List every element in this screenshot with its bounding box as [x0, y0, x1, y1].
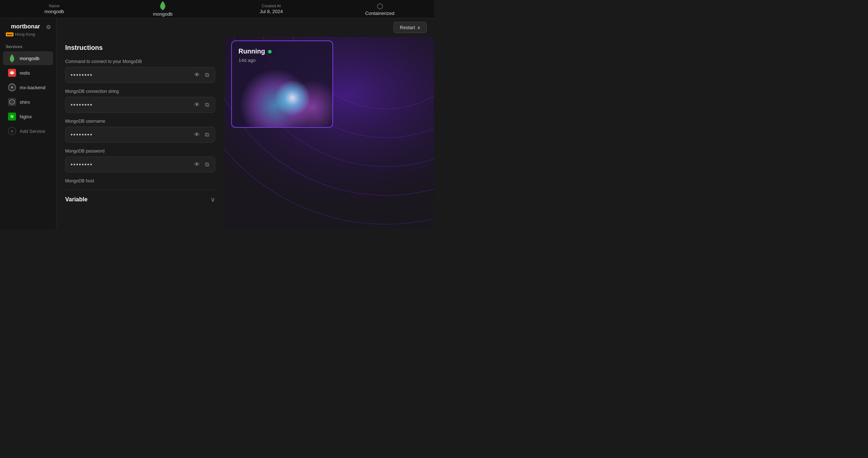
secret-dots-0: •••••••• — [71, 72, 93, 78]
top-bar-created: Created At Jul 8, 2024 — [224, 4, 318, 14]
mongo-icon-label: mongodb — [153, 11, 173, 17]
add-service-icon: + — [8, 127, 16, 135]
status-indicator — [268, 50, 272, 54]
secret-input-1: •••••••• 👁 ⧉ — [65, 97, 215, 113]
container-icon: ⬡ — [377, 2, 383, 11]
field-label-3: MongoDB password — [65, 149, 215, 154]
secret-dots-3: •••••••• — [71, 161, 93, 168]
name-label: Name — [49, 4, 59, 8]
secret-input-0: •••••••• 👁 ⧉ — [65, 67, 215, 83]
field-label-1: MongoDB connection string — [65, 89, 215, 94]
mongo-icon — [8, 54, 16, 62]
sidebar-item-add-service[interactable]: + Add Service — [3, 124, 53, 138]
sidebar-item-mongodb[interactable]: mongodb — [3, 51, 53, 65]
secret-input-2: •••••••• 👁 ⧉ — [65, 127, 215, 143]
show-password-2[interactable]: 👁 — [193, 131, 201, 139]
top-bar-name: Name mongodb — [7, 4, 101, 14]
field-label-0: Command to connect to your MongoDB — [65, 59, 215, 64]
variable-chevron-down[interactable]: ∨ — [210, 196, 215, 204]
secret-dots-2: •••••••• — [71, 131, 93, 138]
show-password-1[interactable]: 👁 — [193, 101, 201, 109]
variable-section: Variable ∨ — [65, 189, 215, 206]
copy-password-1[interactable]: ⧉ — [204, 101, 210, 109]
chevron-up-icon: ∧ — [417, 25, 421, 30]
field-connect-command: Command to connect to your MongoDB •••••… — [65, 59, 215, 83]
right-panel: Running 14d ago — [224, 37, 434, 229]
sidebar-section-label: Services — [0, 42, 56, 51]
sidebar-item-mx-backend[interactable]: mx-backend — [3, 80, 53, 94]
field-username: MongoDB username •••••••• 👁 ⧉ — [65, 119, 215, 143]
shiro-icon — [8, 98, 16, 106]
show-password-3[interactable]: 👁 — [193, 161, 201, 169]
running-card: Running 14d ago — [231, 40, 333, 128]
instructions-panel: Instructions Command to connect to your … — [56, 37, 224, 229]
sidebar-item-label-redis: redis — [20, 70, 30, 76]
field-host: MongoDB host — [65, 178, 215, 183]
instructions-title: Instructions — [65, 44, 215, 52]
running-time: 14d ago — [238, 58, 326, 63]
variable-title: Variable — [65, 196, 87, 203]
type-value: Containerized — [365, 11, 394, 16]
top-bar-type: ⬡ Containerized — [333, 2, 427, 16]
add-service-label: Add Service — [20, 129, 45, 134]
copy-password-3[interactable]: ⧉ — [204, 161, 210, 169]
field-label-4: MongoDB host — [65, 178, 215, 183]
aws-badge: aws — [6, 32, 13, 36]
mongodb-leaf-icon — [160, 1, 166, 11]
sidebar-item-label-nginx: Nginx — [20, 114, 32, 119]
restart-label: Restart — [400, 25, 415, 30]
redis-icon — [8, 69, 16, 77]
sidebar-item-label-mongodb: mongodb — [20, 56, 39, 61]
sidebar-item-label-shiro: shiro — [20, 99, 30, 105]
secret-actions-0: 👁 ⧉ — [193, 71, 210, 79]
main-layout: mortbonar ⚙ aws Hong Kong Services mongo… — [0, 18, 434, 229]
content-body: Instructions Command to connect to your … — [56, 37, 434, 229]
secret-actions-3: 👁 ⧉ — [193, 161, 210, 169]
nginx-icon: N — [8, 112, 16, 121]
sidebar-item-redis[interactable]: redis — [3, 66, 53, 80]
secret-dots-1: •••••••• — [71, 102, 93, 108]
sidebar-item-nginx[interactable]: N Nginx — [3, 110, 53, 123]
top-bar: Name mongodb mongodb Created At Jul 8, 2… — [0, 0, 434, 18]
region-text: Hong Kong — [15, 32, 35, 36]
secret-actions-1: 👁 ⧉ — [193, 101, 210, 109]
created-value: Jul 8, 2024 — [260, 9, 283, 14]
sidebar-item-shiro[interactable]: shiro — [3, 95, 53, 109]
copy-password-2[interactable]: ⧉ — [204, 131, 210, 139]
app-name: mortbonar — [5, 23, 46, 31]
created-label: Created At — [262, 4, 281, 8]
show-password-0[interactable]: 👁 — [193, 71, 201, 79]
content-area: Restart ∧ Instructions Command to connec… — [56, 18, 434, 229]
status-text: Running — [238, 48, 265, 55]
restart-button[interactable]: Restart ∧ — [394, 22, 427, 33]
field-password: MongoDB password •••••••• 👁 ⧉ — [65, 149, 215, 173]
running-status: Running — [238, 48, 326, 55]
sidebar-item-label-mx-backend: mx-backend — [20, 85, 46, 90]
secret-input-3: •••••••• 👁 ⧉ — [65, 157, 215, 173]
name-value: mongodb — [44, 9, 64, 14]
mx-icon — [8, 83, 16, 91]
top-bar-mongo-icon-col: mongodb — [116, 1, 210, 17]
app-region: aws Hong Kong — [0, 32, 56, 42]
secret-actions-2: 👁 ⧉ — [193, 131, 210, 139]
glow-effect-3 — [274, 80, 311, 116]
field-label-2: MongoDB username — [65, 119, 215, 124]
copy-password-0[interactable]: ⧉ — [204, 71, 210, 79]
content-header: Restart ∧ — [56, 18, 434, 37]
settings-icon[interactable]: ⚙ — [46, 24, 51, 31]
field-connection-string: MongoDB connection string •••••••• 👁 ⧉ — [65, 89, 215, 113]
sidebar: mortbonar ⚙ aws Hong Kong Services mongo… — [0, 18, 56, 229]
